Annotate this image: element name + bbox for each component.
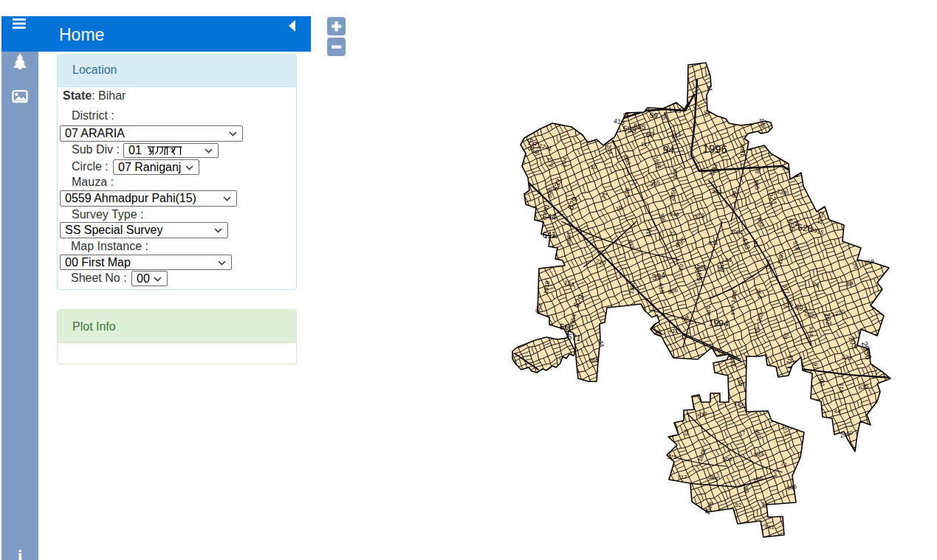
- svg-text:515: 515: [705, 305, 712, 316]
- svg-text:414: 414: [730, 305, 736, 315]
- svg-text:540: 540: [765, 259, 772, 269]
- svg-text:59: 59: [649, 111, 658, 120]
- svg-text:578: 578: [526, 138, 535, 151]
- svg-text:833: 833: [672, 169, 679, 179]
- svg-text:411: 411: [669, 328, 679, 334]
- svg-text:44: 44: [834, 408, 841, 415]
- svg-text:141: 141: [764, 524, 775, 530]
- svg-text:94: 94: [662, 144, 675, 156]
- svg-text:502: 502: [722, 456, 732, 463]
- svg-text:365: 365: [588, 357, 599, 364]
- svg-text:25: 25: [683, 429, 690, 436]
- svg-text:585: 585: [633, 122, 646, 131]
- svg-text:2081: 2081: [730, 229, 744, 235]
- svg-text:117: 117: [641, 141, 651, 148]
- svg-text:23: 23: [670, 230, 676, 237]
- svg-text:93: 93: [675, 108, 682, 114]
- svg-text:11: 11: [705, 84, 713, 92]
- svg-text:375: 375: [667, 454, 677, 460]
- svg-text:1994: 1994: [709, 317, 730, 328]
- svg-text:60: 60: [645, 131, 654, 139]
- svg-text:1999: 1999: [566, 232, 572, 245]
- svg-text:717: 717: [677, 474, 687, 480]
- svg-text:815: 815: [624, 187, 631, 198]
- svg-text:1239: 1239: [544, 233, 557, 240]
- svg-text:381: 381: [712, 188, 722, 195]
- svg-text:1996: 1996: [702, 142, 727, 155]
- svg-text:10: 10: [591, 164, 597, 170]
- svg-text:1586: 1586: [693, 263, 707, 270]
- svg-text:52: 52: [735, 502, 742, 508]
- svg-text:34: 34: [725, 257, 732, 263]
- svg-text:931: 931: [708, 240, 718, 246]
- svg-text:934: 934: [808, 326, 814, 336]
- svg-text:2081: 2081: [739, 143, 746, 156]
- svg-text:93: 93: [761, 502, 768, 508]
- svg-text:91: 91: [752, 241, 759, 248]
- svg-text:960: 960: [546, 188, 553, 198]
- svg-text:946: 946: [669, 211, 679, 218]
- svg-text:114: 114: [838, 384, 845, 393]
- svg-text:571: 571: [567, 332, 582, 342]
